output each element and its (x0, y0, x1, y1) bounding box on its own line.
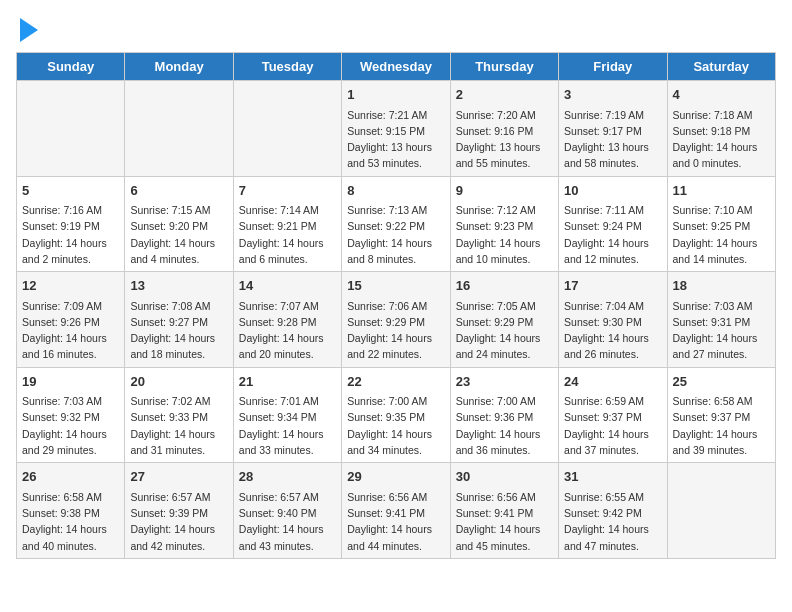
day-number: 1 (347, 85, 444, 105)
day-info: Sunrise: 7:19 AM Sunset: 9:17 PM Dayligh… (564, 107, 661, 172)
day-number: 9 (456, 181, 553, 201)
calendar-day-cell: 7Sunrise: 7:14 AM Sunset: 9:21 PM Daylig… (233, 176, 341, 272)
day-info: Sunrise: 7:02 AM Sunset: 9:33 PM Dayligh… (130, 393, 227, 458)
day-number: 25 (673, 372, 770, 392)
calendar-week-row: 19Sunrise: 7:03 AM Sunset: 9:32 PM Dayli… (17, 367, 776, 463)
day-number: 30 (456, 467, 553, 487)
calendar-day-cell: 29Sunrise: 6:56 AM Sunset: 9:41 PM Dayli… (342, 463, 450, 559)
day-number: 14 (239, 276, 336, 296)
day-info: Sunrise: 7:01 AM Sunset: 9:34 PM Dayligh… (239, 393, 336, 458)
calendar-day-cell: 12Sunrise: 7:09 AM Sunset: 9:26 PM Dayli… (17, 272, 125, 368)
day-number: 13 (130, 276, 227, 296)
weekday-header-sunday: Sunday (17, 53, 125, 81)
weekday-header-monday: Monday (125, 53, 233, 81)
calendar-week-row: 5Sunrise: 7:16 AM Sunset: 9:19 PM Daylig… (17, 176, 776, 272)
day-info: Sunrise: 7:14 AM Sunset: 9:21 PM Dayligh… (239, 202, 336, 267)
day-info: Sunrise: 7:10 AM Sunset: 9:25 PM Dayligh… (673, 202, 770, 267)
calendar-day-cell: 14Sunrise: 7:07 AM Sunset: 9:28 PM Dayli… (233, 272, 341, 368)
weekday-header-wednesday: Wednesday (342, 53, 450, 81)
weekday-header-friday: Friday (559, 53, 667, 81)
day-info: Sunrise: 6:57 AM Sunset: 9:39 PM Dayligh… (130, 489, 227, 554)
calendar-week-row: 26Sunrise: 6:58 AM Sunset: 9:38 PM Dayli… (17, 463, 776, 559)
calendar-week-row: 1Sunrise: 7:21 AM Sunset: 9:15 PM Daylig… (17, 81, 776, 177)
day-number: 8 (347, 181, 444, 201)
day-number: 10 (564, 181, 661, 201)
day-number: 19 (22, 372, 119, 392)
day-number: 21 (239, 372, 336, 392)
day-info: Sunrise: 7:03 AM Sunset: 9:32 PM Dayligh… (22, 393, 119, 458)
day-number: 5 (22, 181, 119, 201)
calendar-day-cell: 1Sunrise: 7:21 AM Sunset: 9:15 PM Daylig… (342, 81, 450, 177)
day-number: 15 (347, 276, 444, 296)
day-number: 26 (22, 467, 119, 487)
day-info: Sunrise: 7:11 AM Sunset: 9:24 PM Dayligh… (564, 202, 661, 267)
calendar-table: SundayMondayTuesdayWednesdayThursdayFrid… (16, 52, 776, 559)
calendar-week-row: 12Sunrise: 7:09 AM Sunset: 9:26 PM Dayli… (17, 272, 776, 368)
empty-day-cell (17, 81, 125, 177)
calendar-day-cell: 3Sunrise: 7:19 AM Sunset: 9:17 PM Daylig… (559, 81, 667, 177)
day-info: Sunrise: 6:56 AM Sunset: 9:41 PM Dayligh… (347, 489, 444, 554)
day-number: 6 (130, 181, 227, 201)
day-info: Sunrise: 6:58 AM Sunset: 9:37 PM Dayligh… (673, 393, 770, 458)
weekday-header-saturday: Saturday (667, 53, 775, 81)
calendar-day-cell: 9Sunrise: 7:12 AM Sunset: 9:23 PM Daylig… (450, 176, 558, 272)
calendar-day-cell: 31Sunrise: 6:55 AM Sunset: 9:42 PM Dayli… (559, 463, 667, 559)
calendar-day-cell: 16Sunrise: 7:05 AM Sunset: 9:29 PM Dayli… (450, 272, 558, 368)
day-info: Sunrise: 7:18 AM Sunset: 9:18 PM Dayligh… (673, 107, 770, 172)
day-number: 7 (239, 181, 336, 201)
calendar-day-cell: 6Sunrise: 7:15 AM Sunset: 9:20 PM Daylig… (125, 176, 233, 272)
calendar-day-cell: 4Sunrise: 7:18 AM Sunset: 9:18 PM Daylig… (667, 81, 775, 177)
weekday-header-thursday: Thursday (450, 53, 558, 81)
day-info: Sunrise: 6:56 AM Sunset: 9:41 PM Dayligh… (456, 489, 553, 554)
day-info: Sunrise: 7:06 AM Sunset: 9:29 PM Dayligh… (347, 298, 444, 363)
calendar-day-cell: 18Sunrise: 7:03 AM Sunset: 9:31 PM Dayli… (667, 272, 775, 368)
calendar-day-cell: 15Sunrise: 7:06 AM Sunset: 9:29 PM Dayli… (342, 272, 450, 368)
calendar-day-cell: 2Sunrise: 7:20 AM Sunset: 9:16 PM Daylig… (450, 81, 558, 177)
day-info: Sunrise: 6:57 AM Sunset: 9:40 PM Dayligh… (239, 489, 336, 554)
day-number: 11 (673, 181, 770, 201)
day-info: Sunrise: 7:00 AM Sunset: 9:35 PM Dayligh… (347, 393, 444, 458)
day-number: 12 (22, 276, 119, 296)
day-number: 16 (456, 276, 553, 296)
calendar-day-cell: 17Sunrise: 7:04 AM Sunset: 9:30 PM Dayli… (559, 272, 667, 368)
day-info: Sunrise: 7:12 AM Sunset: 9:23 PM Dayligh… (456, 202, 553, 267)
page-header (16, 16, 776, 42)
day-number: 24 (564, 372, 661, 392)
day-number: 18 (673, 276, 770, 296)
calendar-day-cell: 21Sunrise: 7:01 AM Sunset: 9:34 PM Dayli… (233, 367, 341, 463)
calendar-day-cell: 8Sunrise: 7:13 AM Sunset: 9:22 PM Daylig… (342, 176, 450, 272)
calendar-day-cell: 27Sunrise: 6:57 AM Sunset: 9:39 PM Dayli… (125, 463, 233, 559)
calendar-day-cell: 26Sunrise: 6:58 AM Sunset: 9:38 PM Dayli… (17, 463, 125, 559)
day-info: Sunrise: 7:00 AM Sunset: 9:36 PM Dayligh… (456, 393, 553, 458)
day-info: Sunrise: 6:58 AM Sunset: 9:38 PM Dayligh… (22, 489, 119, 554)
day-number: 22 (347, 372, 444, 392)
day-number: 27 (130, 467, 227, 487)
day-info: Sunrise: 7:08 AM Sunset: 9:27 PM Dayligh… (130, 298, 227, 363)
day-number: 29 (347, 467, 444, 487)
calendar-day-cell: 11Sunrise: 7:10 AM Sunset: 9:25 PM Dayli… (667, 176, 775, 272)
calendar-day-cell: 10Sunrise: 7:11 AM Sunset: 9:24 PM Dayli… (559, 176, 667, 272)
day-info: Sunrise: 7:16 AM Sunset: 9:19 PM Dayligh… (22, 202, 119, 267)
day-number: 2 (456, 85, 553, 105)
calendar-day-cell: 30Sunrise: 6:56 AM Sunset: 9:41 PM Dayli… (450, 463, 558, 559)
calendar-day-cell: 13Sunrise: 7:08 AM Sunset: 9:27 PM Dayli… (125, 272, 233, 368)
day-info: Sunrise: 6:59 AM Sunset: 9:37 PM Dayligh… (564, 393, 661, 458)
day-info: Sunrise: 7:15 AM Sunset: 9:20 PM Dayligh… (130, 202, 227, 267)
calendar-day-cell: 25Sunrise: 6:58 AM Sunset: 9:37 PM Dayli… (667, 367, 775, 463)
day-number: 31 (564, 467, 661, 487)
day-number: 3 (564, 85, 661, 105)
logo-arrow-icon (20, 18, 38, 42)
logo (16, 16, 38, 42)
day-info: Sunrise: 7:20 AM Sunset: 9:16 PM Dayligh… (456, 107, 553, 172)
day-number: 28 (239, 467, 336, 487)
calendar-day-cell: 22Sunrise: 7:00 AM Sunset: 9:35 PM Dayli… (342, 367, 450, 463)
calendar-day-cell: 5Sunrise: 7:16 AM Sunset: 9:19 PM Daylig… (17, 176, 125, 272)
day-info: Sunrise: 7:03 AM Sunset: 9:31 PM Dayligh… (673, 298, 770, 363)
calendar-day-cell: 19Sunrise: 7:03 AM Sunset: 9:32 PM Dayli… (17, 367, 125, 463)
day-number: 20 (130, 372, 227, 392)
empty-day-cell (125, 81, 233, 177)
calendar-day-cell: 20Sunrise: 7:02 AM Sunset: 9:33 PM Dayli… (125, 367, 233, 463)
calendar-day-cell: 28Sunrise: 6:57 AM Sunset: 9:40 PM Dayli… (233, 463, 341, 559)
calendar-day-cell: 23Sunrise: 7:00 AM Sunset: 9:36 PM Dayli… (450, 367, 558, 463)
day-info: Sunrise: 6:55 AM Sunset: 9:42 PM Dayligh… (564, 489, 661, 554)
